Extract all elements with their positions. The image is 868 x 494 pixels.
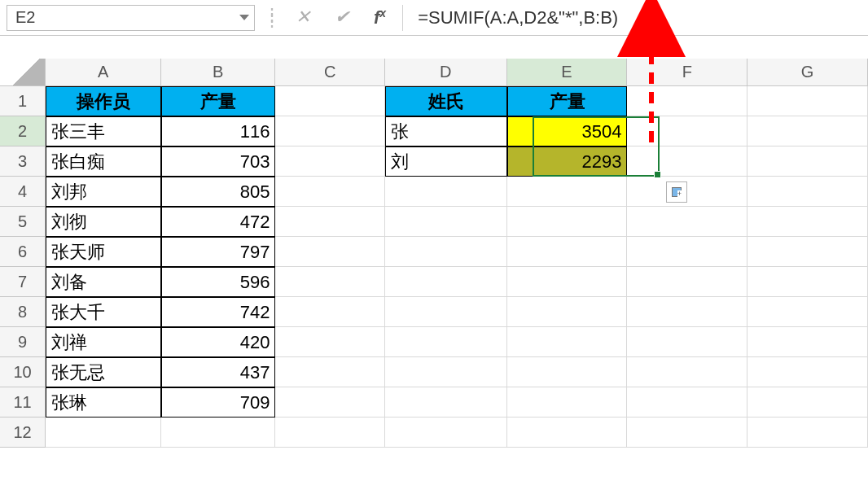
cell-F5[interactable]: [627, 207, 747, 237]
cell-D7[interactable]: [385, 267, 507, 297]
cell-G9[interactable]: [747, 327, 868, 357]
cell-G11[interactable]: [747, 387, 868, 417]
row-header-12[interactable]: 12: [0, 417, 46, 448]
column-header-C[interactable]: C: [275, 59, 385, 86]
fx-icon[interactable]: fx: [374, 7, 386, 28]
cell-D9[interactable]: [385, 327, 507, 357]
cell-E3[interactable]: 2293: [507, 146, 628, 177]
cell-D4[interactable]: [385, 177, 507, 207]
cell-E10[interactable]: [507, 357, 628, 387]
cell-B3[interactable]: 703: [161, 146, 275, 177]
cell-F12[interactable]: [627, 417, 747, 448]
cell-F7[interactable]: [627, 267, 747, 297]
cell-G10[interactable]: [747, 357, 868, 387]
cell-C7[interactable]: [275, 267, 385, 297]
cell-F11[interactable]: [627, 387, 747, 417]
cell-C8[interactable]: [275, 297, 385, 327]
cell-C5[interactable]: [275, 207, 385, 237]
cell-F6[interactable]: [627, 237, 747, 267]
cell-A8[interactable]: 张大千: [46, 297, 161, 327]
cell-B1[interactable]: 产量: [161, 86, 275, 116]
formula-bar-drag-handle[interactable]: ⋮⋮: [263, 13, 279, 23]
cell-E7[interactable]: [507, 267, 628, 297]
cell-F8[interactable]: [627, 297, 747, 327]
cell-C11[interactable]: [275, 387, 385, 417]
cell-A7[interactable]: 刘备: [46, 267, 161, 297]
cell-C12[interactable]: [275, 417, 385, 448]
cell-E6[interactable]: [507, 237, 628, 267]
cell-G6[interactable]: [747, 237, 868, 267]
row-header-7[interactable]: 7: [0, 267, 46, 297]
cell-E1[interactable]: 产量: [507, 86, 628, 116]
cell-G4[interactable]: [747, 177, 868, 207]
cell-E9[interactable]: [507, 327, 628, 357]
name-box[interactable]: E2: [7, 5, 255, 31]
cancel-icon[interactable]: ✕: [296, 7, 310, 28]
cell-E12[interactable]: [507, 417, 628, 448]
cell-D10[interactable]: [385, 357, 507, 387]
column-header-E[interactable]: E: [507, 59, 628, 86]
cell-A12[interactable]: [46, 417, 161, 448]
paste-options-button[interactable]: +: [666, 181, 687, 203]
cell-G1[interactable]: [747, 86, 868, 116]
cell-E4[interactable]: [507, 177, 628, 207]
cell-B11[interactable]: 709: [161, 387, 275, 417]
cell-F10[interactable]: [627, 357, 747, 387]
column-header-B[interactable]: B: [161, 59, 275, 86]
cell-B4[interactable]: 805: [161, 177, 275, 207]
cell-A11[interactable]: 张琳: [46, 387, 161, 417]
cell-D1[interactable]: 姓氏: [385, 86, 507, 116]
cell-A1[interactable]: 操作员: [46, 86, 161, 116]
cell-G12[interactable]: [747, 417, 868, 448]
cell-D8[interactable]: [385, 297, 507, 327]
cell-D3[interactable]: 刘: [385, 146, 507, 177]
select-all-triangle[interactable]: [0, 59, 46, 86]
cell-D6[interactable]: [385, 237, 507, 267]
cell-A6[interactable]: 张天师: [46, 237, 161, 267]
cell-B10[interactable]: 437: [161, 357, 275, 387]
cell-B12[interactable]: [161, 417, 275, 448]
cell-E8[interactable]: [507, 297, 628, 327]
row-header-2[interactable]: 2: [0, 116, 46, 146]
column-header-G[interactable]: G: [747, 59, 868, 86]
row-header-9[interactable]: 9: [0, 327, 46, 357]
row-header-6[interactable]: 6: [0, 237, 46, 267]
cell-A3[interactable]: 张白痴: [46, 146, 161, 177]
cell-E5[interactable]: [507, 207, 628, 237]
row-header-11[interactable]: 11: [0, 387, 46, 417]
cell-G5[interactable]: [747, 207, 868, 237]
cell-D5[interactable]: [385, 207, 507, 237]
cell-B8[interactable]: 742: [161, 297, 275, 327]
row-header-5[interactable]: 5: [0, 207, 46, 237]
cell-G2[interactable]: [747, 116, 868, 146]
formula-input[interactable]: =SUMIF(A:A,D2&"*",B:B): [402, 5, 861, 31]
cell-B6[interactable]: 797: [161, 237, 275, 267]
cell-F3[interactable]: [627, 146, 747, 177]
cell-F4[interactable]: [627, 177, 747, 207]
cell-D2[interactable]: 张: [385, 116, 507, 146]
cell-E2[interactable]: 3504: [507, 116, 628, 146]
cell-G7[interactable]: [747, 267, 868, 297]
row-header-4[interactable]: 4: [0, 177, 46, 207]
cell-A5[interactable]: 刘彻: [46, 207, 161, 237]
row-header-10[interactable]: 10: [0, 357, 46, 387]
cell-G8[interactable]: [747, 297, 868, 327]
cell-B5[interactable]: 472: [161, 207, 275, 237]
row-header-1[interactable]: 1: [0, 86, 46, 116]
cell-C1[interactable]: [275, 86, 385, 116]
cell-E11[interactable]: [507, 387, 628, 417]
cell-F1[interactable]: [627, 86, 747, 116]
row-header-3[interactable]: 3: [0, 146, 46, 177]
column-header-F[interactable]: F: [627, 59, 747, 86]
cell-B9[interactable]: 420: [161, 327, 275, 357]
name-box-dropdown-icon[interactable]: [239, 15, 249, 20]
cell-A2[interactable]: 张三丰: [46, 116, 161, 146]
cell-A10[interactable]: 张无忌: [46, 357, 161, 387]
column-header-D[interactable]: D: [385, 59, 507, 86]
cell-B2[interactable]: 116: [161, 116, 275, 146]
cell-C6[interactable]: [275, 237, 385, 267]
cell-area[interactable]: 操作员产量姓氏产量张三丰116张3504张白痴703刘2293刘邦805刘彻47…: [46, 86, 868, 448]
cell-D12[interactable]: [385, 417, 507, 448]
cell-F9[interactable]: [627, 327, 747, 357]
column-header-A[interactable]: A: [46, 59, 161, 86]
